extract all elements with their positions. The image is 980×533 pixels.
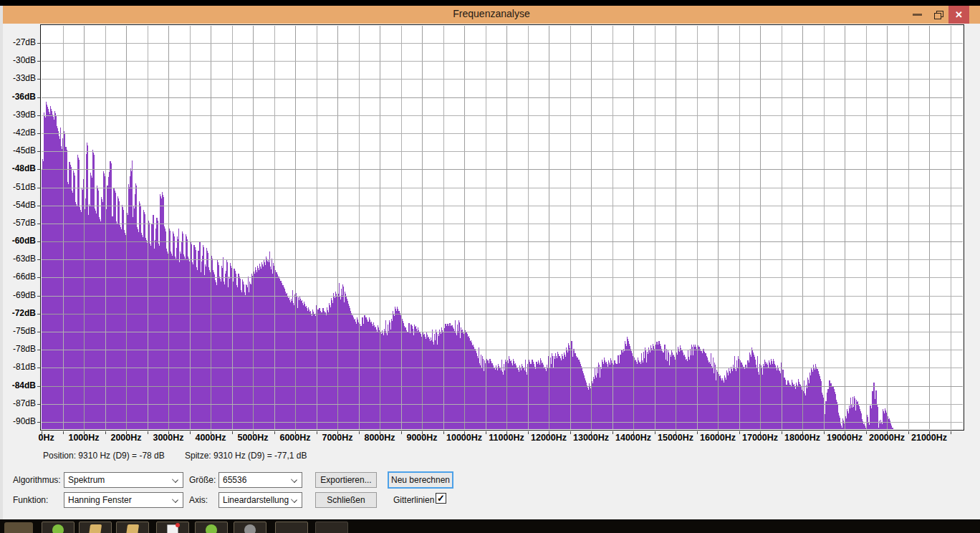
y-tick — [37, 386, 40, 387]
axis-combobox[interactable]: Lineardarstellung — [218, 492, 302, 508]
y-tick-label: -84dB — [0, 380, 36, 390]
x-tick — [506, 431, 507, 434]
folder-icon — [89, 524, 102, 533]
y-tick-label: -78dB — [0, 344, 36, 354]
taskbar-item[interactable] — [156, 522, 189, 533]
y-tick — [37, 277, 40, 278]
app-icon — [52, 524, 64, 533]
grid-pin-icon — [167, 524, 178, 533]
window-title: Frequenzanalyse — [3, 8, 980, 19]
x-tick — [148, 431, 148, 434]
x-tick — [929, 431, 930, 434]
function-combobox[interactable]: Hanning Fenster — [64, 492, 183, 508]
recalculate-button[interactable]: Neu berechnen — [388, 471, 453, 489]
x-tick — [253, 431, 254, 434]
y-tick-label: -87dB — [0, 398, 36, 408]
y-tick-label: -36dB — [0, 92, 36, 102]
x-tick-label: 5000Hz — [237, 433, 268, 443]
y-tick — [37, 350, 40, 350]
export-button[interactable]: Exportieren... — [315, 472, 377, 488]
y-tick-label: -39dB — [0, 110, 36, 120]
x-tick-label: 1000Hz — [68, 433, 99, 443]
close-button[interactable]: ✕ — [948, 6, 969, 24]
function-value: Hanning Fenster — [68, 495, 132, 505]
y-tick — [37, 314, 40, 314]
x-tick-label: 14000Hz — [615, 433, 651, 443]
x-tick-label: 11000Hz — [489, 433, 524, 443]
chevron-down-icon — [291, 496, 297, 503]
x-tick — [718, 431, 719, 434]
y-tick-label: -57dB — [0, 218, 36, 228]
y-tick — [37, 259, 40, 260]
minimize-button[interactable] — [907, 6, 927, 24]
x-tick — [782, 431, 782, 434]
x-tick — [232, 431, 233, 434]
chevron-down-icon — [172, 476, 178, 483]
x-tick — [549, 431, 549, 434]
restore-icon — [934, 11, 943, 19]
x-tick-label: 3000Hz — [153, 433, 183, 443]
spectrum-canvas — [41, 25, 964, 430]
algorithm-combobox[interactable]: Spektrum — [64, 472, 183, 488]
x-tick — [63, 431, 64, 434]
taskbar-item[interactable] — [116, 522, 149, 533]
y-tick — [37, 151, 40, 152]
x-tick — [570, 431, 571, 434]
x-tick-label: 7000Hz — [322, 433, 352, 443]
taskbar-item[interactable] — [42, 522, 75, 533]
x-tick-label: 2000Hz — [110, 433, 141, 443]
axis-value: Lineardarstellung — [223, 495, 289, 505]
app-icon — [244, 524, 256, 533]
x-tick — [295, 431, 296, 434]
x-tick-label: 10000Hz — [446, 433, 482, 443]
x-tick — [443, 431, 444, 434]
y-tick — [37, 368, 40, 368]
x-tick — [359, 431, 360, 434]
x-tick — [337, 431, 338, 434]
taskbar — [0, 519, 980, 533]
y-tick-label: -33dB — [0, 73, 36, 83]
x-tick — [760, 431, 761, 434]
restore-button[interactable] — [928, 6, 948, 24]
close-dialog-button[interactable]: Schließen — [315, 492, 377, 508]
taskbar-item[interactable] — [315, 522, 348, 533]
x-tick-label: 13000Hz — [573, 433, 609, 443]
y-tick-label: -54dB — [0, 200, 36, 210]
taskbar-item[interactable] — [234, 522, 266, 533]
x-tick-label: 21000Hz — [911, 433, 947, 443]
y-tick-label: -72dB — [0, 308, 36, 318]
y-tick — [37, 43, 40, 44]
taskbar-item[interactable] — [79, 522, 112, 533]
x-tick — [802, 431, 803, 434]
y-tick-label: -42dB — [0, 128, 36, 138]
y-tick-label: -60dB — [0, 236, 36, 246]
top-black-strip — [0, 0, 980, 6]
y-tick — [37, 296, 40, 297]
y-tick-label: -69dB — [0, 290, 36, 300]
size-label: Größe: — [189, 475, 216, 485]
spectrum-plot[interactable] — [40, 24, 964, 431]
x-tick — [866, 431, 867, 434]
x-tick — [274, 431, 275, 434]
size-combobox[interactable]: 65536 — [218, 472, 302, 488]
x-tick — [739, 431, 740, 434]
x-tick — [126, 431, 127, 434]
taskbar-start-blob[interactable] — [4, 522, 33, 533]
y-tick-label: -66dB — [0, 272, 36, 282]
y-tick — [37, 241, 40, 242]
gridlines-checkbox[interactable]: ✓ — [436, 493, 446, 504]
y-tick — [37, 332, 40, 332]
y-tick-label: -30dB — [0, 55, 36, 65]
algorithm-value: Spektrum — [68, 475, 105, 485]
folder-icon — [126, 524, 139, 533]
taskbar-item[interactable] — [275, 522, 308, 533]
x-tick — [42, 431, 42, 434]
x-tick — [697, 431, 698, 434]
taskbar-item[interactable] — [195, 522, 228, 533]
x-tick — [380, 431, 380, 434]
x-tick — [951, 431, 951, 434]
chevron-down-icon — [172, 496, 178, 503]
x-tick — [887, 431, 888, 434]
y-tick — [37, 206, 40, 206]
x-tick — [655, 431, 655, 434]
